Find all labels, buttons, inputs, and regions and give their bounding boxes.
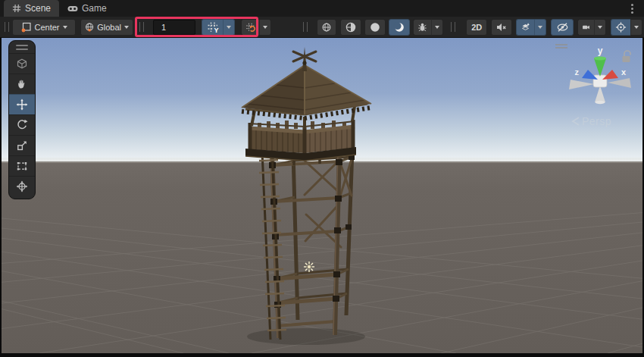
filled-circle-icon: [369, 21, 381, 33]
chevron-down-icon: [124, 26, 129, 29]
rotate-tool-icon: [16, 119, 28, 131]
debug-filter-button[interactable]: [413, 19, 431, 36]
scene-grid-icon: [12, 4, 21, 13]
scene-camera-dropdown[interactable]: [594, 19, 606, 36]
gizmos-dropdown[interactable]: [630, 19, 642, 36]
chevron-down-icon: [63, 26, 67, 29]
axis-y-cap: [594, 56, 606, 60]
camera-icon: [582, 21, 590, 33]
2d-mode-button[interactable]: 2D: [466, 19, 487, 36]
tower-shadow: [247, 328, 365, 345]
light-sparkle-gizmo[interactable]: [304, 261, 314, 272]
grid-snap-dropdown[interactable]: [223, 19, 235, 36]
scene-audio-toggle[interactable]: [491, 19, 512, 36]
chevron-down-icon: [598, 26, 602, 29]
camera-split-button: [577, 19, 606, 36]
draw-mode-button[interactable]: [317, 19, 336, 36]
move-tool-icon: [16, 99, 28, 111]
axis-x-label: x: [621, 67, 627, 77]
tool-context-cube-icon: [16, 58, 28, 70]
projection-label: Persp: [582, 115, 611, 127]
grid-size-field[interactable]: [153, 20, 195, 35]
tab-game-label: Game: [82, 3, 107, 14]
move-tool-button[interactable]: [9, 94, 35, 114]
pivot-mode-label: Center: [35, 23, 60, 32]
audio-muted-icon: [496, 21, 508, 33]
scene-effects-toggle[interactable]: [516, 19, 534, 36]
2d-mode-label: 2D: [471, 23, 482, 32]
chevron-down-icon: [538, 26, 542, 29]
unity-editor-window: Scene Game Center: [0, 0, 644, 357]
axis-y-label: y: [598, 45, 603, 56]
snap-axis-letter: Y: [214, 27, 218, 33]
chevron-down-icon: [435, 26, 439, 29]
transform-tool-button[interactable]: [9, 176, 35, 196]
snap-grid-y-icon: Y: [207, 21, 219, 33]
shaded-mode-button[interactable]: [364, 19, 386, 36]
transform-tool-icon: [16, 180, 28, 193]
kebab-menu-icon[interactable]: [631, 8, 633, 10]
orientation-button[interactable]: Global: [80, 19, 133, 36]
snap-overlay-drag-handle[interactable]: [139, 22, 144, 32]
rect-tool-icon: [16, 160, 28, 172]
tool-context-button[interactable]: [9, 53, 35, 74]
chevron-down-icon: [227, 26, 231, 29]
axis-neg-y-cap: [596, 101, 605, 104]
scale-tool-icon: [16, 139, 28, 152]
effects-split-button: [516, 19, 546, 36]
effects-layers-icon: [521, 21, 530, 33]
wireframe-sphere-icon: [321, 21, 332, 33]
scene-camera-button[interactable]: [577, 19, 594, 36]
snap-increment-button[interactable]: [241, 19, 259, 36]
tab-scene[interactable]: Scene: [4, 0, 59, 17]
visibility-hidden-icon: [556, 21, 569, 33]
scene-toolbar: Center Global Y: [0, 17, 644, 38]
scene-effects-dropdown[interactable]: [534, 19, 546, 36]
snap-increment-split-button: [241, 19, 271, 36]
lighting-mode-button[interactable]: [340, 19, 361, 36]
view-options-drag-handle[interactable]: [303, 22, 308, 32]
gizmos-split-button: [611, 19, 642, 36]
chevron-down-icon: [634, 26, 639, 29]
pivot-center-icon: [21, 22, 32, 33]
snap-increment-dropdown[interactable]: [259, 19, 271, 36]
pivot-mode-button[interactable]: Center: [12, 19, 76, 36]
scene-3d-render: y x z Persp: [2, 38, 642, 353]
bug-icon: [417, 21, 427, 33]
tab-game[interactable]: Game: [59, 0, 115, 17]
scene-visibility-toggle[interactable]: [551, 19, 574, 36]
grid-snap-y-button[interactable]: Y: [202, 19, 223, 36]
scene-viewport[interactable]: y x z Persp: [2, 38, 642, 353]
gizmos-toggle[interactable]: [611, 19, 630, 36]
scene-lighting-toggle[interactable]: [389, 19, 410, 36]
lit-sphere-icon: [345, 21, 357, 33]
tab-scene-label: Scene: [25, 3, 51, 14]
tab-bar: Scene Game: [0, 0, 644, 17]
gamepad-icon: [67, 5, 78, 13]
scale-tool-button[interactable]: [9, 135, 35, 155]
debug-filter-dropdown[interactable]: [431, 19, 443, 36]
rect-tool-button[interactable]: [9, 155, 35, 176]
snap-increment-icon: [245, 21, 255, 33]
rotate-tool-button[interactable]: [9, 114, 35, 135]
chevron-down-icon: [263, 26, 267, 29]
debug-split-button: [413, 19, 443, 36]
gizmos-target-icon: [615, 21, 627, 33]
grid-snap-split-button: Y: [202, 19, 235, 36]
moon-icon: [393, 21, 405, 33]
view-hand-icon: [16, 78, 28, 90]
tools-overlay: [8, 40, 36, 199]
view-tool-button[interactable]: [9, 74, 35, 94]
gizmo-cube[interactable]: [593, 75, 607, 87]
orientation-label: Global: [97, 23, 121, 32]
overlay-drag-handle[interactable]: [5, 22, 9, 32]
right-group-drag-handle[interactable]: [451, 22, 455, 32]
tools-drag-handle[interactable]: [9, 43, 35, 53]
axis-z-label: z: [575, 67, 580, 77]
globe-icon: [85, 22, 94, 33]
